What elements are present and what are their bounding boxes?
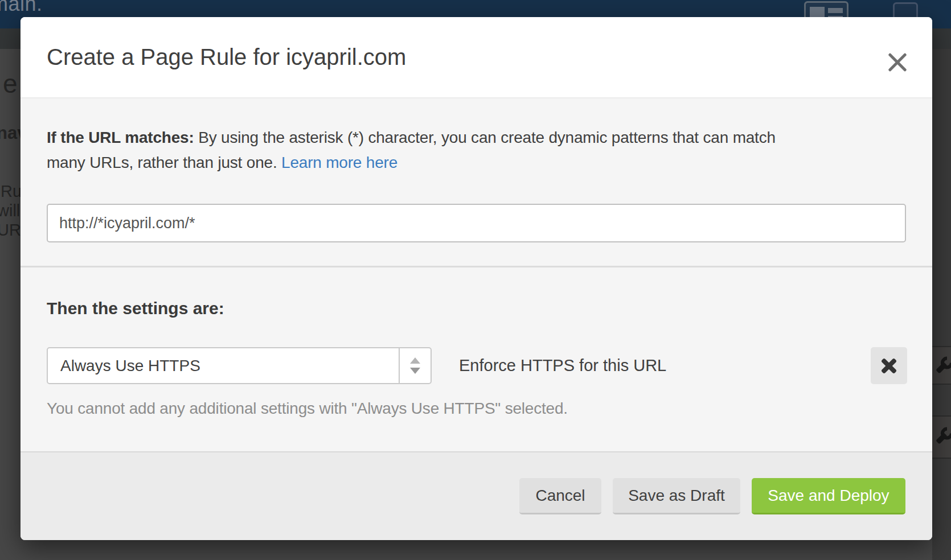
- settings-section: Then the settings are: Always Use HTTPS …: [21, 269, 932, 451]
- background-text-fragment: e: [3, 68, 18, 99]
- save-as-draft-button[interactable]: Save as Draft: [613, 478, 740, 514]
- background-text-fragment: will: [0, 201, 20, 220]
- domain-text-fragment: main.: [0, 0, 43, 16]
- select-spinner-icon[interactable]: [399, 348, 431, 383]
- modal-header: Create a Page Rule for icyapril.com: [21, 17, 932, 98]
- background-text-fragment: UR: [0, 221, 21, 240]
- chevron-down-icon: [410, 368, 420, 374]
- setting-select[interactable]: Always Use HTTPS: [47, 347, 432, 384]
- url-match-text-line1: By using the asterisk (*) character, you…: [194, 129, 776, 146]
- setting-select-value: Always Use HTTPS: [60, 348, 200, 383]
- learn-more-link[interactable]: Learn more here: [281, 154, 397, 171]
- cancel-button[interactable]: Cancel: [519, 478, 601, 514]
- url-pattern-input[interactable]: [47, 204, 906, 242]
- setting-description: Enforce HTTPS for this URL: [459, 347, 666, 384]
- background-text-fragment: Ru: [1, 182, 22, 201]
- save-and-deploy-button[interactable]: Save and Deploy: [752, 478, 905, 514]
- url-match-description: If the URL matches: By using the asteris…: [47, 125, 776, 175]
- settings-heading: Then the settings are:: [47, 299, 224, 318]
- modal-title: Create a Page Rule for icyapril.com: [47, 17, 406, 97]
- remove-setting-button[interactable]: [871, 347, 907, 384]
- url-match-text-line2: many URLs, rather than just one.: [47, 154, 281, 171]
- background-right-strip: [932, 49, 951, 560]
- settings-note: You cannot add any additional settings w…: [47, 400, 568, 418]
- create-page-rule-modal: Create a Page Rule for icyapril.com If t…: [21, 17, 932, 540]
- close-icon[interactable]: [884, 49, 911, 75]
- chevron-up-icon: [410, 357, 420, 364]
- url-match-section: If the URL matches: By using the asteris…: [21, 98, 932, 267]
- url-match-label: If the URL matches:: [47, 129, 194, 146]
- modal-footer: Cancel Save as Draft Save and Deploy: [21, 451, 932, 540]
